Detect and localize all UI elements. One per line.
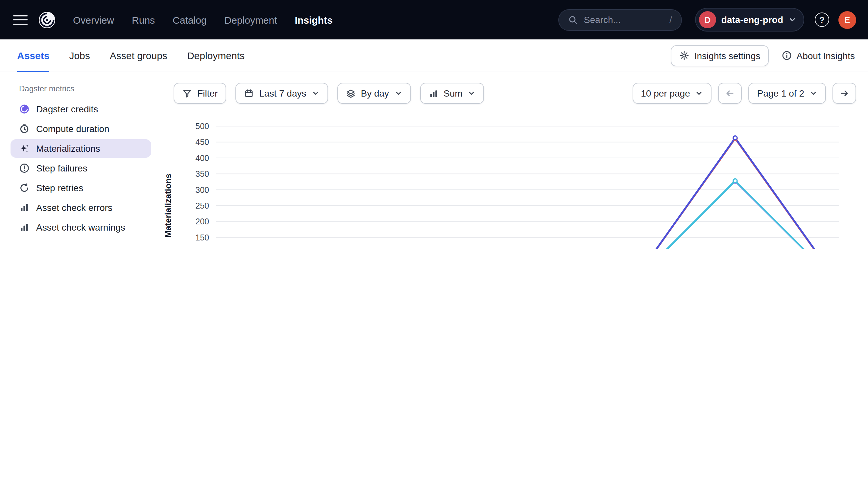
filter-icon xyxy=(182,88,192,98)
toolbar-left: Filter Last 7 days xyxy=(174,83,484,104)
svg-text:Materializations: Materializations xyxy=(163,173,173,237)
sidebar-gap xyxy=(11,238,151,249)
next-page-button[interactable] xyxy=(832,83,856,104)
sidebar-section-header: Dagster metrics xyxy=(11,84,151,100)
chevron-down-icon xyxy=(311,89,319,97)
per-page-button[interactable]: 10 per page xyxy=(632,83,712,104)
org-name: data-eng-prod xyxy=(722,14,783,25)
svg-text:500: 500 xyxy=(195,121,209,131)
arrow-left-icon xyxy=(725,88,736,99)
group-by-button[interactable]: By day xyxy=(337,83,411,104)
chevron-down-icon xyxy=(789,16,796,24)
svg-text:400: 400 xyxy=(195,154,209,162)
info-icon xyxy=(782,51,792,61)
about-insights-label: About Insights xyxy=(797,50,855,61)
search-shortcut: / xyxy=(669,14,672,25)
calendar-icon xyxy=(244,88,254,98)
tab-jobs[interactable]: Jobs xyxy=(69,39,90,71)
nav-item-overview[interactable]: Overview xyxy=(73,14,114,25)
sidebar-item-label: Compute duration xyxy=(36,123,110,134)
dagster-logo[interactable] xyxy=(38,11,56,29)
chart-toolbar: Filter Last 7 days xyxy=(174,83,856,104)
aggregation-button[interactable]: Sum xyxy=(420,83,484,104)
chevron-down-icon xyxy=(468,89,476,97)
svg-text:300: 300 xyxy=(195,185,209,195)
org-avatar: D xyxy=(699,11,716,28)
help-icon: ? xyxy=(819,15,825,25)
search-input[interactable]: Search... / xyxy=(558,9,682,30)
metrics-sidebar: Dagster metrics Dagster credits Compute … xyxy=(0,72,161,249)
primary-nav: Overview Runs Catalog Deployment Insight… xyxy=(73,14,333,25)
tab-assets[interactable]: Assets xyxy=(17,39,49,71)
date-range-label: Last 7 days xyxy=(259,88,306,99)
nav-item-deployment[interactable]: Deployment xyxy=(225,14,277,25)
group-by-label: By day xyxy=(361,88,389,99)
insights-tab-bar: Assets Jobs Asset groups Deployments Ins… xyxy=(0,39,868,72)
prev-page-button[interactable] xyxy=(718,83,742,104)
dagster-credits-icon xyxy=(19,104,29,114)
svg-text:350: 350 xyxy=(195,169,209,179)
date-range-button[interactable]: Last 7 days xyxy=(235,83,328,104)
nav-item-catalog[interactable]: Catalog xyxy=(173,14,206,25)
chevron-down-icon xyxy=(809,89,817,97)
filter-label: Filter xyxy=(197,88,218,99)
nav-item-insights[interactable]: Insights xyxy=(295,14,333,25)
tabs: Assets Jobs Asset groups Deployments xyxy=(17,39,245,71)
arrow-right-icon xyxy=(839,88,850,99)
gear-icon xyxy=(679,51,689,61)
sparkle-icon xyxy=(19,143,29,154)
line-chart: 050100150200250300350400450500Apr 3Apr 4… xyxy=(161,109,868,249)
refresh-icon xyxy=(19,183,29,193)
aggregation-label: Sum xyxy=(444,88,463,99)
user-avatar[interactable]: E xyxy=(839,11,856,29)
section-title-dagster-metrics: Dagster metrics xyxy=(19,84,74,93)
tab-asset-groups[interactable]: Asset groups xyxy=(110,39,167,71)
sidebar-item-label: Asset check errors xyxy=(36,202,113,213)
sidebar-item-label: Materializations xyxy=(36,143,100,154)
sidebar-item-label: Asset check warnings xyxy=(36,222,125,233)
search-placeholder: Search... xyxy=(584,14,621,25)
top-nav: Overview Runs Catalog Deployment Insight… xyxy=(0,0,868,39)
sidebar-item-label: Step failures xyxy=(36,163,88,173)
tab-deployments[interactable]: Deployments xyxy=(187,39,245,71)
page-selector-button[interactable]: Page 1 of 2 xyxy=(749,83,826,104)
chevron-down-icon xyxy=(695,89,703,97)
bar-chart-icon xyxy=(19,222,29,233)
main-content: Filter Last 7 days xyxy=(161,72,868,249)
sidebar-item-materializations[interactable]: Materializations xyxy=(11,139,151,158)
org-switcher[interactable]: D data-eng-prod xyxy=(695,8,804,31)
svg-text:100: 100 xyxy=(195,249,209,249)
tabbar-actions: Insights settings About Insights xyxy=(671,39,855,71)
dagster-logo-icon xyxy=(38,11,56,29)
per-page-label: 10 per page xyxy=(641,88,690,99)
layers-icon xyxy=(346,88,355,98)
svg-text:250: 250 xyxy=(195,201,209,210)
sidebar-item-label: Step retries xyxy=(36,183,83,193)
toolbar-right: 10 per page Page 1 of 2 xyxy=(632,83,856,104)
svg-text:450: 450 xyxy=(195,137,209,146)
app-window: Overview Runs Catalog Deployment Insight… xyxy=(0,0,868,249)
bar-chart-icon xyxy=(19,202,29,213)
bar-chart-icon xyxy=(429,88,438,98)
nav-item-runs[interactable]: Runs xyxy=(132,14,155,25)
sidebar-item-asset-check-errors[interactable]: Asset check errors xyxy=(11,198,151,217)
duration-clock-icon xyxy=(19,123,29,134)
search-icon xyxy=(568,15,578,25)
insights-settings-button[interactable]: Insights settings xyxy=(671,45,769,66)
chevron-down-icon xyxy=(394,89,402,97)
alert-circle-icon xyxy=(19,163,29,173)
page-label: Page 1 of 2 xyxy=(757,88,804,99)
sidebar-item-asset-check-warnings[interactable]: Asset check warnings xyxy=(11,218,151,237)
filter-button[interactable]: Filter xyxy=(174,83,226,104)
svg-text:150: 150 xyxy=(195,233,209,242)
page-body: Dagster metrics Dagster credits Compute … xyxy=(0,72,868,249)
svg-text:200: 200 xyxy=(195,217,209,226)
sidebar-item-step-retries[interactable]: Step retries xyxy=(11,179,151,197)
sidebar-item-compute-duration[interactable]: Compute duration xyxy=(11,120,151,138)
menu-button[interactable] xyxy=(13,15,28,25)
sidebar-item-step-failures[interactable]: Step failures xyxy=(11,159,151,178)
sidebar-item-dagster-credits[interactable]: Dagster credits xyxy=(11,100,151,118)
help-button[interactable]: ? xyxy=(815,12,829,27)
insights-settings-label: Insights settings xyxy=(694,50,761,61)
about-insights-link[interactable]: About Insights xyxy=(782,50,855,61)
